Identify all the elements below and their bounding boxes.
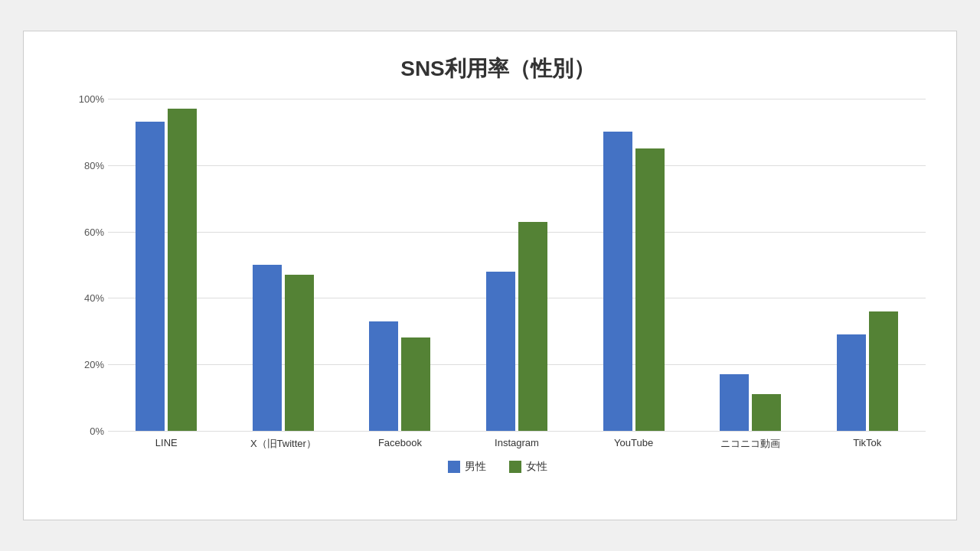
chart-title: SNS利用率（性別） [70, 54, 926, 83]
x-labels: LINEX（旧Twitter）FacebookInstagramYouTubeニ… [108, 437, 926, 451]
bar-group [459, 99, 576, 431]
x-label: ニコニコ動画 [692, 437, 809, 451]
legend-male: 男性 [448, 460, 486, 474]
bar-female [869, 311, 898, 431]
chart-area: 100%80%60%40%20%0% LINEX（旧Twitter）Facebo… [70, 99, 926, 474]
bar-male [603, 132, 632, 431]
x-label: TikTok [808, 437, 926, 451]
bar-male [720, 374, 749, 431]
legend-female-label: 女性 [526, 460, 547, 474]
legend-female-box [509, 461, 521, 473]
bar-male [136, 122, 165, 431]
bar-female [168, 109, 197, 431]
legend-male-label: 男性 [465, 460, 486, 474]
y-label: 60% [84, 226, 104, 237]
x-label: YouTube [575, 437, 692, 451]
bar-group [225, 99, 342, 431]
legend-female: 女性 [509, 460, 547, 474]
legend: 男性 女性 [70, 460, 926, 474]
bar-female [518, 222, 547, 431]
bar-group [808, 99, 926, 431]
bar-group [575, 99, 692, 431]
bar-male [486, 272, 515, 431]
bar-female [635, 148, 665, 431]
y-label: 80% [84, 159, 104, 171]
y-label: 0% [90, 425, 104, 437]
bar-group [108, 99, 225, 431]
grid-and-bars: 100%80%60%40%20%0% [70, 99, 926, 431]
bar-male [837, 334, 866, 431]
grid-line [108, 431, 926, 432]
x-label: LINE [108, 437, 225, 451]
x-label: Facebook [341, 437, 459, 451]
bar-male [369, 321, 398, 431]
chart-container: SNS利用率（性別） 100%80%60%40%20%0% LINEX（旧Twi… [23, 31, 957, 520]
x-label: X（旧Twitter） [225, 437, 342, 451]
bar-female [401, 337, 430, 431]
bar-group [692, 99, 809, 431]
bar-female [285, 275, 314, 431]
bar-male [253, 265, 282, 431]
bar-group [341, 99, 459, 431]
y-label: 20% [84, 359, 104, 370]
legend-male-box [448, 461, 460, 473]
bars-area [108, 99, 926, 431]
y-label: 40% [84, 292, 104, 304]
y-axis-labels: 100%80%60%40%20%0% [70, 99, 108, 431]
bar-female [752, 394, 781, 431]
y-label: 100% [79, 93, 104, 105]
x-label: Instagram [459, 437, 576, 451]
